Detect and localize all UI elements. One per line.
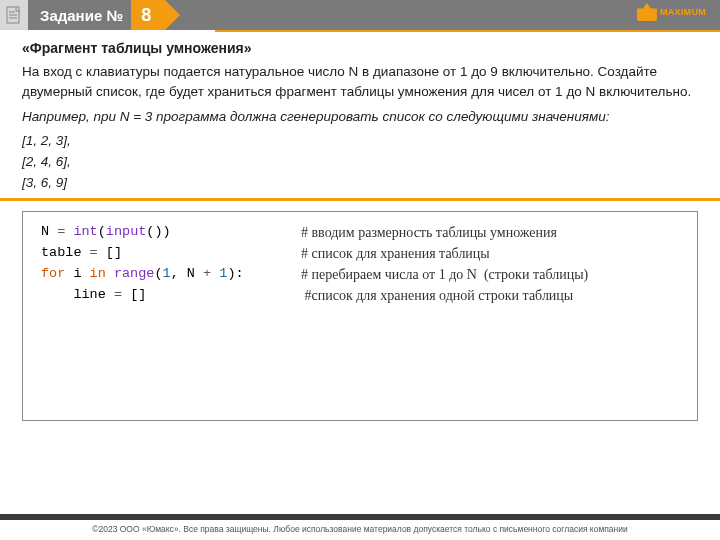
- brand-logo: MAXIMUM: [637, 3, 706, 21]
- content-area: «Фрагмент таблицы умножения» На вход с к…: [0, 30, 720, 421]
- code-line-4: line = [] #список для хранения одной стр…: [41, 285, 679, 306]
- code-line-3: for i in range(1, N + 1): # перебираем ч…: [41, 264, 679, 285]
- task-label: Задание №: [28, 7, 123, 24]
- header-accent-strip: [215, 30, 720, 32]
- example-row-2: [2, 4, 6],: [22, 154, 698, 169]
- example-row-1: [1, 2, 3],: [22, 133, 698, 148]
- task-number: 8: [141, 5, 151, 26]
- code-line-2: table = [] # список для хранения таблицы: [41, 243, 679, 264]
- section-divider: [0, 198, 720, 201]
- problem-title: «Фрагмент таблицы умножения»: [22, 40, 698, 56]
- example-row-3: [3, 6, 9]: [22, 175, 698, 190]
- example-intro: Например, при N = 3 программа должна сге…: [22, 107, 698, 127]
- code-comment-3: # перебираем числа от 1 до N (строки таб…: [301, 264, 588, 285]
- footer: ©2023 ООО «Юмакс». Все права защищены. Л…: [0, 514, 720, 540]
- document-icon: [0, 0, 28, 30]
- logo-text: MAXIMUM: [660, 7, 706, 17]
- header-bar: Задание № 8 MAXIMUM: [0, 0, 720, 30]
- code-comment-1: # вводим размерность таблицы умножения: [301, 222, 557, 243]
- problem-statement: На вход с клавиатуры подается натурально…: [22, 62, 698, 101]
- logo-mark-icon: [637, 3, 657, 21]
- task-number-badge: 8: [131, 0, 165, 30]
- code-line-1: N = int(input()) # вводим размерность та…: [41, 222, 679, 243]
- code-box: N = int(input()) # вводим размерность та…: [22, 211, 698, 421]
- code-comment-2: # список для хранения таблицы: [301, 243, 490, 264]
- footer-copyright: ©2023 ООО «Юмакс». Все права защищены. Л…: [0, 520, 720, 540]
- code-comment-4: #список для хранения одной строки таблиц…: [301, 285, 573, 306]
